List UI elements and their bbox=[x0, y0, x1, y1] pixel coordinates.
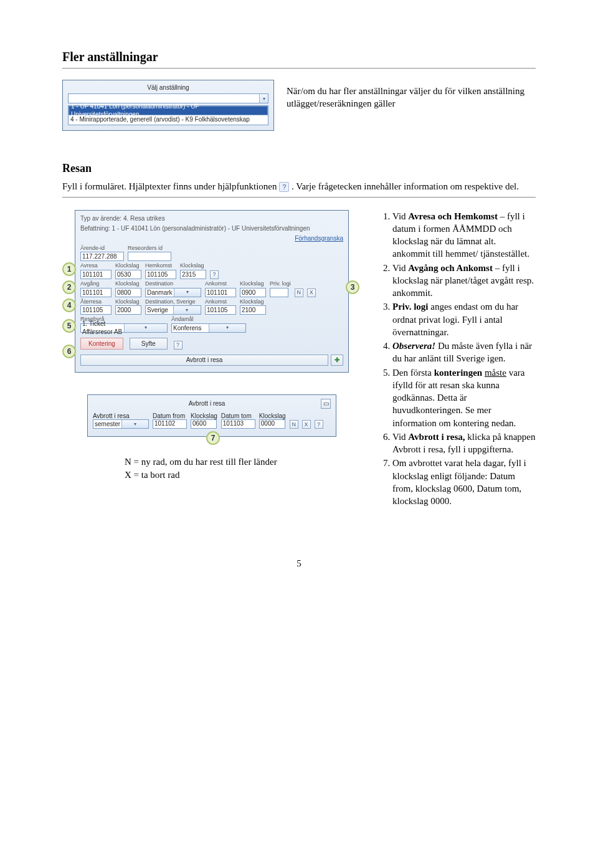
col-klock2: Klockslag bbox=[259, 413, 286, 419]
aterresa-input[interactable]: 101105 bbox=[80, 305, 112, 315]
avgang-input[interactable]: 101101 bbox=[80, 288, 112, 297]
legend: N = ny rad, om du har rest till fler län… bbox=[125, 455, 361, 482]
avbrott-type-select[interactable]: semester▾ bbox=[93, 419, 149, 429]
ater-ankomst-klockslag-input[interactable]: 2100 bbox=[240, 305, 266, 315]
destination-select[interactable]: Danmark▾ bbox=[145, 288, 201, 297]
chevron-down-icon[interactable]: ▾ bbox=[121, 420, 148, 428]
kontering-button[interactable]: Kontering bbox=[80, 338, 123, 350]
valj-list-item[interactable]: 4 - Minirapporterade, generell (arvodist… bbox=[69, 115, 268, 125]
klockslag-label-2: Klockslag bbox=[180, 262, 206, 270]
chevron-down-icon[interactable]: ▾ bbox=[124, 324, 168, 332]
reseorders-input[interactable] bbox=[128, 252, 171, 261]
intro-row: Välj anställning ▾ 1 - UF 41041 Lön (per… bbox=[62, 80, 536, 131]
andamal-select[interactable]: Konferens▾ bbox=[171, 323, 246, 333]
help-icon[interactable]: ? bbox=[279, 182, 289, 192]
divider bbox=[62, 68, 536, 69]
befattning: Befattning: 1 - UF 41041 Lön (personalad… bbox=[80, 224, 343, 232]
instructions-list: Vid Avresa och Hemkomst – fyll i datum i… bbox=[380, 210, 536, 509]
aterresa-klockslag-input[interactable]: 2000 bbox=[115, 305, 141, 315]
legend-n: N = ny rad, om du har rest till fler län… bbox=[125, 455, 361, 469]
legend-x: X = ta bort rad bbox=[125, 469, 361, 482]
left-column: 1 2 4 5 6 3 Typ av ärende: 4. Resa utrik… bbox=[62, 210, 361, 482]
callout-2: 2 bbox=[62, 280, 76, 294]
klockslag-label-4: Klockslag bbox=[240, 280, 266, 288]
hemkomst-klockslag-input[interactable]: 2315 bbox=[180, 270, 206, 279]
x-button[interactable]: X bbox=[302, 420, 311, 429]
col-klock1: Klockslag bbox=[191, 413, 217, 419]
forhandsgranska-link[interactable]: Förhandsgranska bbox=[295, 235, 343, 242]
avbrott-title: Avbrott i resa bbox=[93, 400, 321, 407]
avgang-klockslag-input[interactable]: 0800 bbox=[115, 288, 141, 297]
callout-4: 4 bbox=[62, 298, 76, 312]
ankomst-input[interactable]: 101101 bbox=[205, 288, 236, 297]
aterresa-label: Återresa bbox=[80, 298, 112, 306]
help-icon[interactable]: ? bbox=[315, 420, 323, 429]
col-tom: Datum tom bbox=[221, 413, 255, 419]
syfte-button[interactable]: Syfte bbox=[130, 338, 168, 350]
callout-7: 7 bbox=[206, 431, 220, 445]
avbrott-klock2-input[interactable]: 0000 bbox=[259, 419, 285, 429]
hemkomst-input[interactable]: 101105 bbox=[145, 270, 176, 279]
instruction-item: Om avbrottet varat hela dagar, fyll i kl… bbox=[392, 457, 536, 507]
instruction-item: Vid Avresa och Hemkomst – fyll i datum i… bbox=[392, 210, 536, 260]
avgang-label: Avgång bbox=[80, 280, 112, 288]
avbrott-klock1-input[interactable]: 0600 bbox=[191, 419, 217, 429]
instruction-item: Den första konteringen måste vara ifylld… bbox=[392, 366, 536, 429]
chevron-down-icon[interactable]: ▾ bbox=[259, 94, 268, 103]
callout-1: 1 bbox=[62, 262, 76, 276]
chevron-down-icon[interactable]: ▾ bbox=[174, 289, 201, 297]
privlogi-input[interactable] bbox=[270, 288, 288, 297]
callout-5: 5 bbox=[62, 319, 76, 333]
help-icon[interactable]: ? bbox=[210, 270, 219, 279]
valj-title: Välj anställning bbox=[68, 84, 268, 91]
n-button[interactable]: N bbox=[295, 289, 303, 297]
col-from: Datum from bbox=[153, 413, 187, 419]
ankomst-label-2: Ankomst bbox=[205, 298, 236, 306]
dest-sverige-label: Destination, Sverige bbox=[145, 298, 201, 306]
chevron-down-icon[interactable]: ▾ bbox=[173, 306, 201, 314]
klockslag-label: Klockslag bbox=[115, 262, 141, 270]
help-icon[interactable]: ? bbox=[174, 341, 183, 350]
ankomst-label: Ankomst bbox=[205, 280, 236, 288]
ater-ankomst-input[interactable]: 101105 bbox=[205, 305, 236, 315]
privlogi-label: Priv. logi bbox=[270, 280, 291, 288]
valj-select[interactable]: ▾ bbox=[68, 93, 268, 103]
resan-form: Typ av ärende: 4. Resa utrikes Befattnin… bbox=[75, 210, 349, 373]
avbrott-dialog: 7 Avbrott i resa ▭ Avbrott i resa semest… bbox=[87, 394, 336, 437]
x-button[interactable]: X bbox=[307, 289, 316, 297]
collapse-icon[interactable]: ▭ bbox=[321, 399, 331, 409]
heading-fler-anstallningar: Fler anställningar bbox=[62, 50, 536, 64]
reseorders-label: Reseorders id bbox=[128, 245, 171, 252]
valj-list-item-selected[interactable]: 1 - UF 41041 Lön (personaladministratör)… bbox=[69, 106, 268, 115]
plus-icon[interactable]: ✚ bbox=[331, 355, 343, 366]
valj-list[interactable]: 1 - UF 41041 Lön (personaladministratör)… bbox=[68, 105, 268, 125]
instruction-item: Vid Avgång och Ankomst – fyll i klocksla… bbox=[392, 262, 536, 300]
instruction-item: Vid Avbrott i resa, klicka på knappen Av… bbox=[392, 431, 536, 456]
valj-anstallning-dialog: Välj anställning ▾ 1 - UF 41041 Lön (per… bbox=[62, 80, 274, 131]
arendeid-label: Ärende-id bbox=[80, 245, 124, 252]
arendeid-value: 117.227.288 bbox=[80, 252, 124, 261]
avbrott-tom-input[interactable]: 101103 bbox=[221, 419, 255, 429]
typ-av-arende: Typ av ärende: 4. Resa utrikes bbox=[80, 214, 343, 222]
avbrott-from-input[interactable]: 101102 bbox=[153, 419, 187, 429]
avresa-input[interactable]: 101101 bbox=[80, 270, 112, 279]
resan-text-b: . Varje frågetecken innehåller informati… bbox=[292, 181, 519, 191]
avresa-label: Avresa bbox=[80, 262, 112, 270]
ankomst-klockslag-input[interactable]: 0900 bbox=[240, 288, 266, 297]
instruction-item: Observera! Du måste även fylla i när du … bbox=[392, 340, 536, 365]
andamal-label: Ändamål bbox=[171, 316, 246, 323]
dest-sverige-select[interactable]: Sverige▾ bbox=[145, 305, 201, 315]
heading-resan: Resan bbox=[62, 162, 536, 175]
callout-3: 3 bbox=[346, 280, 359, 294]
chevron-down-icon[interactable]: ▾ bbox=[209, 324, 246, 332]
klockslag-label-3: Klockslag bbox=[115, 280, 141, 288]
destination-label: Destination bbox=[145, 280, 201, 288]
avresa-klockslag-input[interactable]: 0530 bbox=[115, 270, 141, 279]
resan-text-a: Fyll i formuläret. Hjälptexter finns und… bbox=[62, 181, 279, 191]
n-button[interactable]: N bbox=[290, 420, 298, 429]
klockslag-label-5: Klockslag bbox=[115, 298, 141, 306]
callout-6: 6 bbox=[62, 345, 76, 358]
klockslag-label-6: Klockslag bbox=[240, 298, 266, 306]
avbrott-i-resa-button[interactable]: Avbrott i resa bbox=[80, 355, 328, 366]
resebyra-select[interactable]: 1. Ticket Affärsresor AB▾ bbox=[80, 323, 168, 333]
